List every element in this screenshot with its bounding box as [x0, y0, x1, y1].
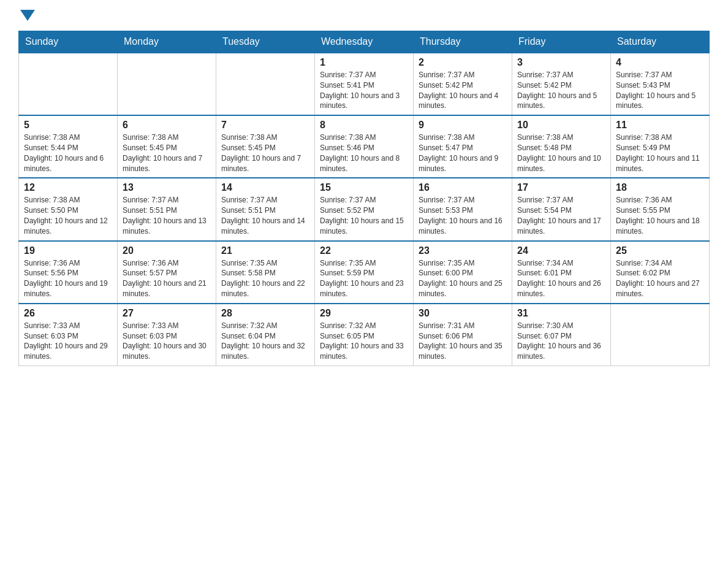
day-info: Sunrise: 7:33 AM Sunset: 6:03 PM Dayligh…	[24, 321, 112, 362]
calendar-cell	[216, 53, 315, 115]
day-number: 22	[320, 245, 408, 256]
day-info: Sunrise: 7:38 AM Sunset: 5:44 PM Dayligh…	[24, 132, 112, 174]
calendar-cell: 19Sunrise: 7:36 AM Sunset: 5:56 PM Dayli…	[19, 241, 118, 304]
day-number: 28	[221, 308, 309, 319]
day-info: Sunrise: 7:37 AM Sunset: 5:41 PM Dayligh…	[320, 70, 408, 111]
day-number: 4	[616, 57, 704, 68]
calendar-cell: 2Sunrise: 7:37 AM Sunset: 5:42 PM Daylig…	[414, 53, 512, 115]
day-info: Sunrise: 7:32 AM Sunset: 6:04 PM Dayligh…	[221, 321, 309, 362]
calendar-cell: 7Sunrise: 7:38 AM Sunset: 5:45 PM Daylig…	[216, 115, 315, 178]
calendar-cell: 15Sunrise: 7:37 AM Sunset: 5:52 PM Dayli…	[315, 178, 414, 240]
day-info: Sunrise: 7:35 AM Sunset: 6:00 PM Dayligh…	[419, 258, 507, 299]
day-number: 17	[517, 182, 605, 193]
day-number: 20	[123, 245, 211, 256]
calendar-cell: 23Sunrise: 7:35 AM Sunset: 6:00 PM Dayli…	[414, 241, 512, 304]
day-info: Sunrise: 7:38 AM Sunset: 5:47 PM Dayligh…	[419, 132, 507, 174]
day-number: 12	[24, 182, 112, 193]
calendar-cell: 21Sunrise: 7:35 AM Sunset: 5:58 PM Dayli…	[216, 241, 315, 304]
day-info: Sunrise: 7:38 AM Sunset: 5:45 PM Dayligh…	[123, 132, 211, 174]
day-number: 16	[419, 182, 507, 193]
calendar-cell: 20Sunrise: 7:36 AM Sunset: 5:57 PM Dayli…	[118, 241, 216, 304]
day-info: Sunrise: 7:38 AM Sunset: 5:45 PM Dayligh…	[221, 132, 309, 174]
col-header-wednesday: Wednesday	[315, 31, 414, 53]
calendar-cell: 24Sunrise: 7:34 AM Sunset: 6:01 PM Dayli…	[512, 241, 611, 304]
day-number: 9	[419, 120, 507, 131]
day-number: 24	[517, 245, 605, 256]
day-number: 7	[221, 120, 309, 131]
day-info: Sunrise: 7:38 AM Sunset: 5:48 PM Dayligh…	[517, 132, 605, 174]
calendar-cell: 30Sunrise: 7:31 AM Sunset: 6:06 PM Dayli…	[414, 304, 512, 366]
col-header-friday: Friday	[512, 31, 611, 53]
day-info: Sunrise: 7:38 AM Sunset: 5:50 PM Dayligh…	[24, 195, 112, 236]
day-info: Sunrise: 7:37 AM Sunset: 5:53 PM Dayligh…	[419, 195, 507, 236]
day-number: 25	[616, 245, 704, 256]
calendar-cell: 25Sunrise: 7:34 AM Sunset: 6:02 PM Dayli…	[611, 241, 710, 304]
calendar-table: SundayMondayTuesdayWednesdayThursdayFrid…	[18, 31, 710, 366]
calendar-cell: 31Sunrise: 7:30 AM Sunset: 6:07 PM Dayli…	[512, 304, 611, 366]
week-row-1: 1Sunrise: 7:37 AM Sunset: 5:41 PM Daylig…	[19, 53, 710, 115]
day-number: 14	[221, 182, 309, 193]
day-info: Sunrise: 7:36 AM Sunset: 5:57 PM Dayligh…	[123, 258, 211, 299]
week-row-2: 5Sunrise: 7:38 AM Sunset: 5:44 PM Daylig…	[19, 115, 710, 178]
col-header-thursday: Thursday	[414, 31, 512, 53]
day-info: Sunrise: 7:34 AM Sunset: 6:01 PM Dayligh…	[517, 258, 605, 299]
week-row-3: 12Sunrise: 7:38 AM Sunset: 5:50 PM Dayli…	[19, 178, 710, 240]
calendar-cell: 16Sunrise: 7:37 AM Sunset: 5:53 PM Dayli…	[414, 178, 512, 240]
logo-triangle-icon	[20, 10, 35, 21]
day-number: 30	[419, 308, 507, 319]
logo	[18, 12, 35, 18]
calendar-cell: 4Sunrise: 7:37 AM Sunset: 5:43 PM Daylig…	[611, 53, 710, 115]
day-info: Sunrise: 7:36 AM Sunset: 5:55 PM Dayligh…	[616, 195, 704, 236]
col-header-saturday: Saturday	[611, 31, 710, 53]
day-info: Sunrise: 7:37 AM Sunset: 5:42 PM Dayligh…	[517, 70, 605, 111]
day-info: Sunrise: 7:30 AM Sunset: 6:07 PM Dayligh…	[517, 321, 605, 362]
day-number: 8	[320, 120, 408, 131]
day-number: 13	[123, 182, 211, 193]
calendar-cell: 14Sunrise: 7:37 AM Sunset: 5:51 PM Dayli…	[216, 178, 315, 240]
day-info: Sunrise: 7:33 AM Sunset: 6:03 PM Dayligh…	[123, 321, 211, 362]
day-number: 26	[24, 308, 112, 319]
calendar-cell: 22Sunrise: 7:35 AM Sunset: 5:59 PM Dayli…	[315, 241, 414, 304]
day-info: Sunrise: 7:32 AM Sunset: 6:05 PM Dayligh…	[320, 321, 408, 362]
calendar-cell: 1Sunrise: 7:37 AM Sunset: 5:41 PM Daylig…	[315, 53, 414, 115]
day-info: Sunrise: 7:37 AM Sunset: 5:43 PM Dayligh…	[616, 70, 704, 111]
calendar-cell	[118, 53, 216, 115]
calendar-cell: 5Sunrise: 7:38 AM Sunset: 5:44 PM Daylig…	[19, 115, 118, 178]
day-number: 31	[517, 308, 605, 319]
day-number: 27	[123, 308, 211, 319]
day-number: 23	[419, 245, 507, 256]
calendar-cell: 8Sunrise: 7:38 AM Sunset: 5:46 PM Daylig…	[315, 115, 414, 178]
calendar-cell	[611, 304, 710, 366]
day-number: 2	[419, 57, 507, 68]
col-header-tuesday: Tuesday	[216, 31, 315, 53]
calendar-cell: 11Sunrise: 7:38 AM Sunset: 5:49 PM Dayli…	[611, 115, 710, 178]
day-info: Sunrise: 7:35 AM Sunset: 5:59 PM Dayligh…	[320, 258, 408, 299]
day-info: Sunrise: 7:38 AM Sunset: 5:49 PM Dayligh…	[616, 132, 704, 174]
calendar-cell: 10Sunrise: 7:38 AM Sunset: 5:48 PM Dayli…	[512, 115, 611, 178]
day-number: 21	[221, 245, 309, 256]
day-info: Sunrise: 7:31 AM Sunset: 6:06 PM Dayligh…	[419, 321, 507, 362]
day-number: 18	[616, 182, 704, 193]
day-info: Sunrise: 7:37 AM Sunset: 5:52 PM Dayligh…	[320, 195, 408, 236]
day-info: Sunrise: 7:37 AM Sunset: 5:51 PM Dayligh…	[123, 195, 211, 236]
day-info: Sunrise: 7:37 AM Sunset: 5:54 PM Dayligh…	[517, 195, 605, 236]
calendar-cell: 3Sunrise: 7:37 AM Sunset: 5:42 PM Daylig…	[512, 53, 611, 115]
day-number: 3	[517, 57, 605, 68]
day-number: 15	[320, 182, 408, 193]
calendar-cell: 18Sunrise: 7:36 AM Sunset: 5:55 PM Dayli…	[611, 178, 710, 240]
calendar-cell: 6Sunrise: 7:38 AM Sunset: 5:45 PM Daylig…	[118, 115, 216, 178]
day-info: Sunrise: 7:35 AM Sunset: 5:58 PM Dayligh…	[221, 258, 309, 299]
day-info: Sunrise: 7:38 AM Sunset: 5:46 PM Dayligh…	[320, 132, 408, 174]
day-number: 1	[320, 57, 408, 68]
calendar-cell: 9Sunrise: 7:38 AM Sunset: 5:47 PM Daylig…	[414, 115, 512, 178]
calendar-cell: 28Sunrise: 7:32 AM Sunset: 6:04 PM Dayli…	[216, 304, 315, 366]
col-header-sunday: Sunday	[19, 31, 118, 53]
calendar-header-row: SundayMondayTuesdayWednesdayThursdayFrid…	[19, 31, 710, 53]
calendar-cell: 12Sunrise: 7:38 AM Sunset: 5:50 PM Dayli…	[19, 178, 118, 240]
day-info: Sunrise: 7:36 AM Sunset: 5:56 PM Dayligh…	[24, 258, 112, 299]
calendar-cell: 13Sunrise: 7:37 AM Sunset: 5:51 PM Dayli…	[118, 178, 216, 240]
calendar-cell: 29Sunrise: 7:32 AM Sunset: 6:05 PM Dayli…	[315, 304, 414, 366]
day-number: 29	[320, 308, 408, 319]
calendar-cell: 27Sunrise: 7:33 AM Sunset: 6:03 PM Dayli…	[118, 304, 216, 366]
col-header-monday: Monday	[118, 31, 216, 53]
